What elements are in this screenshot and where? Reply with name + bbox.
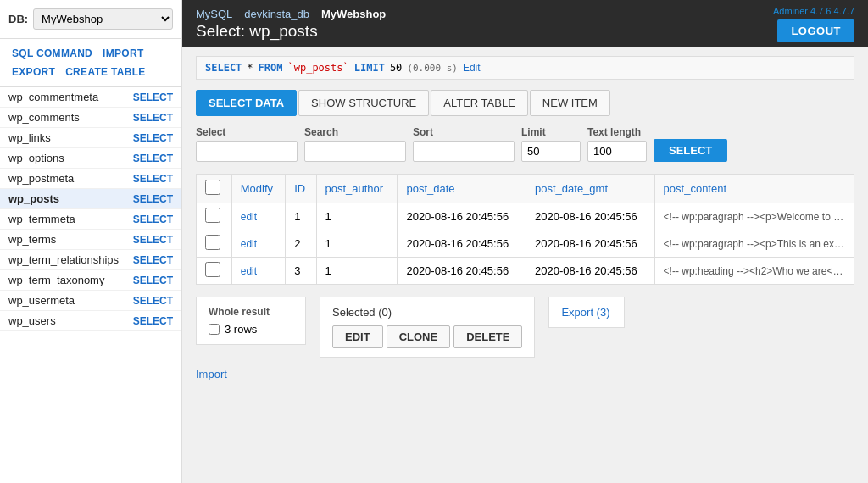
filter-select-button[interactable]: SELECT [654,139,727,162]
table-select-link[interactable]: SELECT [133,295,173,307]
adminer-version: Adminer 4.7.6 4.7.7 [773,6,854,16]
table-name[interactable]: wp_users [8,314,56,327]
limit-filter-group: Limit 50 [521,126,581,162]
import-link[interactable]: Import [196,368,227,380]
table-name[interactable]: wp_usermeta [8,294,75,307]
row-post-date-gmt: 2020-08-16 20:45:56 [526,230,655,258]
table-name[interactable]: wp_terms [8,233,56,246]
table-name[interactable]: wp_commentmeta [8,91,98,103]
db-select[interactable]: MyWebshop [33,8,173,30]
col-header-post-content[interactable]: post_content [654,175,854,203]
main-panel: MySQLdevkinsta_dbMyWebshop Select: wp_po… [182,0,868,483]
search-filter-input[interactable] [304,141,406,162]
delete-button[interactable]: DELETE [453,325,522,348]
table-name[interactable]: wp_links [8,131,51,144]
table-row: wp_usersSELECT [0,311,181,331]
table-row: wp_term_taxonomySELECT [0,270,181,291]
table-select-link[interactable]: SELECT [133,193,173,205]
topbar-nav-link[interactable]: devkinsta_db [244,8,309,20]
table-row: wp_optionsSELECT [0,148,181,169]
table-select-link[interactable]: SELECT [133,132,173,144]
table-select-link[interactable]: SELECT [133,153,173,164]
table-select-link[interactable]: SELECT [133,315,173,327]
sort-filter-input[interactable] [413,141,515,162]
clone-button[interactable]: CLONE [387,325,451,348]
table-name[interactable]: wp_term_relationships [8,253,119,266]
table-row: wp_linksSELECT [0,128,181,148]
col-header-ID[interactable]: ID [286,175,316,203]
col-header-post-date-gmt[interactable]: post_date_gmt [526,175,655,203]
selected-box: Selected (0) EDIT CLONE DELETE [320,297,535,358]
table-name[interactable]: wp_term_taxonomy [8,274,104,286]
topbar: MySQLdevkinsta_dbMyWebshop Select: wp_po… [182,0,868,47]
edit-row-link[interactable]: edit [241,265,257,277]
db-selector: DB: MyWebshop [0,0,181,39]
table-select-link[interactable]: SELECT [133,234,173,246]
select-all-checkbox[interactable] [205,180,220,195]
create-table-btn[interactable]: CREATE TABLE [62,64,149,80]
edit-button[interactable]: EDIT [332,325,383,348]
search-filter-label: Search [304,126,406,138]
sql-command-btn[interactable]: SQL COMMAND [8,46,96,61]
col-header-post-date[interactable]: post_date [398,175,526,203]
edit-row-link[interactable]: edit [241,238,257,250]
select-filter-input[interactable] [196,141,298,162]
table-name[interactable]: wp_postmeta [8,172,74,185]
export-btn[interactable]: EXPORT [8,64,58,80]
table-row: edit212020-08-16 20:45:562020-08-16 20:4… [197,230,854,258]
tab-button[interactable]: NEW ITEM [530,90,610,116]
topbar-left: MySQLdevkinsta_dbMyWebshop Select: wp_po… [196,8,386,41]
tab-button[interactable]: ALTER TABLE [431,90,528,116]
table-row: wp_termsSELECT [0,230,181,250]
table-header-row: ModifyIDpost_authorpost_datepost_date_gm… [197,175,854,203]
row-post-date-gmt: 2020-08-16 20:45:56 [526,203,655,230]
filter-row: Select Search Sort Limit 50 Text length … [196,126,854,162]
tab-button[interactable]: SHOW STRUCTURE [298,90,429,116]
table-list: wp_commentmetaSELECTwp_commentsSELECTwp_… [0,87,181,483]
topbar-nav-link[interactable]: MySQL [196,8,232,20]
row-post-author: 1 [316,203,398,230]
sidebar: DB: MyWebshop SQL COMMAND IMPORT EXPORT … [0,0,182,483]
table-name[interactable]: wp_termmeta [8,213,75,225]
whole-result-checkbox[interactable] [209,324,220,335]
row-checkbox[interactable] [205,208,220,223]
table-name[interactable]: wp_posts [8,192,59,205]
col-header-post-author[interactable]: post_author [316,175,398,203]
data-table-wrapper: ModifyIDpost_authorpost_datepost_date_gm… [196,174,854,285]
logout-button[interactable]: LOGOUT [777,19,854,42]
row-checkbox[interactable] [205,262,220,277]
select-filter-group: Select [196,126,298,162]
table-select-link[interactable]: SELECT [133,275,173,286]
topbar-nav: MySQLdevkinsta_dbMyWebshop [196,8,386,20]
whole-result-box: Whole result 3 rows [196,297,306,345]
export-link[interactable]: Export (3) [561,306,609,319]
table-name[interactable]: wp_options [8,152,64,164]
limit-filter-input[interactable]: 50 [521,141,581,162]
table-row: wp_postsSELECT [0,189,181,209]
table-row: edit112020-08-16 20:45:562020-08-16 20:4… [197,203,854,230]
table-name[interactable]: wp_comments [8,111,80,124]
row-post-content: <!-- wp:paragraph --><p>This is an examp… [654,230,854,258]
table-select-link[interactable]: SELECT [133,173,173,185]
row-checkbox[interactable] [205,235,220,250]
whole-result-row: 3 rows [209,323,293,336]
content-area: SELECT * FROM `wp_posts` LIMIT 50 (0.000… [182,47,868,483]
col-header-Modify[interactable]: Modify [231,175,285,203]
table-select-link[interactable]: SELECT [133,254,173,266]
tab-button[interactable]: SELECT DATA [196,90,297,116]
edit-row-link[interactable]: edit [241,211,257,223]
import-section: Import [196,358,854,380]
text-length-input[interactable]: 100 [587,141,647,162]
db-label: DB: [8,13,28,25]
data-table: ModifyIDpost_authorpost_datepost_date_gm… [196,174,854,285]
query-edit-link[interactable]: Edit [463,62,481,74]
table-row: wp_termmetaSELECT [0,209,181,230]
topbar-nav-link[interactable]: MyWebshop [321,8,386,20]
table-select-link[interactable]: SELECT [133,112,173,124]
table-select-link[interactable]: SELECT [133,214,173,225]
whole-result-label: Whole result [209,306,293,318]
table-select-link[interactable]: SELECT [133,92,173,103]
table-row: wp_term_relationshipsSELECT [0,250,181,270]
tab-bar: SELECT DATASHOW STRUCTUREALTER TABLENEW … [196,90,854,116]
import-btn[interactable]: IMPORT [99,46,147,61]
